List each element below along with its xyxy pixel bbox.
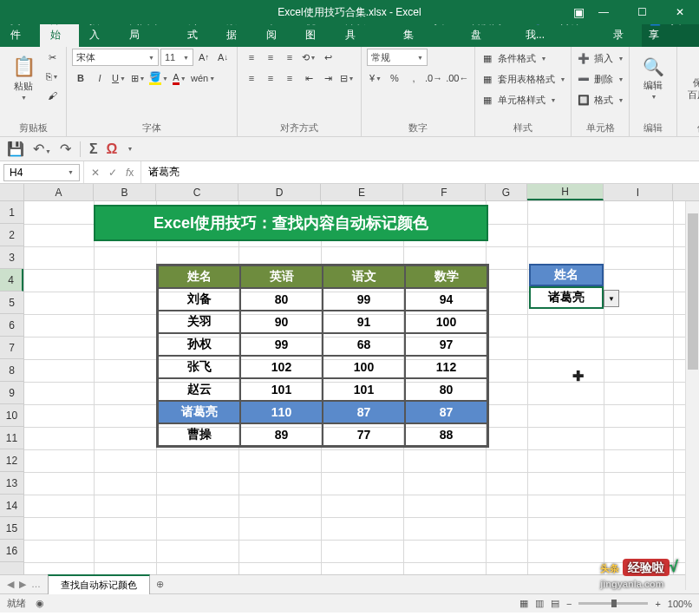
row-header[interactable]: 4 <box>0 269 23 292</box>
row-header[interactable]: 2 <box>0 224 23 246</box>
zoom-level[interactable]: 100% <box>668 599 692 609</box>
align-bottom-button[interactable]: ≡ <box>281 49 298 66</box>
table-cell[interactable]: 诸葛亮 <box>158 401 240 423</box>
formula-input[interactable]: 诸葛亮 <box>141 165 699 180</box>
page-break-view-icon[interactable]: ▤ <box>551 598 559 609</box>
row-header[interactable]: 6 <box>0 314 23 337</box>
editing-button[interactable]: 🔍 编辑 ▼ <box>635 49 671 108</box>
align-right-button[interactable]: ≡ <box>281 69 298 87</box>
pinyin-guide-button[interactable]: wén▼ <box>190 69 216 87</box>
decrease-font-button[interactable]: A↓ <box>214 49 232 66</box>
table-cell[interactable]: 87 <box>323 401 405 423</box>
sheet-nav-more-icon[interactable]: … <box>31 579 41 590</box>
row-header[interactable]: 11 <box>0 427 23 449</box>
worksheet[interactable]: ABCDEFGHI 12345678910111213141516 Excel使… <box>0 184 699 574</box>
zoom-in-icon[interactable]: + <box>655 599 660 609</box>
vertical-scrollbar[interactable] <box>685 201 699 590</box>
minimize-button[interactable]: — <box>585 0 623 24</box>
save-to-baidu-button[interactable]: ∞ 保存到 百度网盘 <box>683 49 699 108</box>
column-header[interactable]: A <box>24 184 94 200</box>
accounting-format-button[interactable]: ¥▼ <box>367 69 384 87</box>
format-cells-button[interactable]: 🔲格式▼ <box>577 90 624 109</box>
autosum-button[interactable]: Σ <box>89 141 98 157</box>
cell-styles-button[interactable]: ▦单元格样式▼ <box>480 90 556 109</box>
lookup-value-cell[interactable]: 诸葛亮 ▼ <box>529 286 604 309</box>
increase-indent-button[interactable]: ⇥ <box>319 69 336 87</box>
format-painter-button[interactable]: 🖌 <box>43 87 61 104</box>
row-header[interactable]: 9 <box>0 382 23 404</box>
decrease-decimal-button[interactable]: .00← <box>445 69 469 87</box>
table-cell[interactable]: 87 <box>405 401 487 423</box>
align-middle-button[interactable]: ≡ <box>262 49 279 66</box>
table-cell[interactable]: 110 <box>240 401 323 423</box>
macro-record-icon[interactable]: ◉ <box>36 598 44 608</box>
table-cell[interactable]: 孙权 <box>158 333 240 356</box>
bold-button[interactable]: B <box>72 69 89 87</box>
increase-decimal-button[interactable]: .0→ <box>424 69 443 87</box>
zoom-slider[interactable] <box>578 602 648 605</box>
row-header[interactable]: 7 <box>0 337 23 359</box>
table-cell[interactable]: 80 <box>240 288 323 311</box>
column-header[interactable]: G <box>486 184 527 200</box>
row-header[interactable]: 5 <box>0 292 23 314</box>
font-size-select[interactable]: 11▼ <box>160 49 193 66</box>
column-header[interactable]: F <box>403 184 486 200</box>
redo-button[interactable]: ↷ <box>60 141 71 157</box>
sheet-tab-active[interactable]: 查找自动标记颜色 <box>48 574 150 594</box>
orientation-button[interactable]: ⟲▼ <box>300 49 317 66</box>
underline-button[interactable]: U▼ <box>110 69 127 87</box>
row-header[interactable]: 3 <box>0 246 23 269</box>
table-cell[interactable]: 91 <box>323 311 405 333</box>
align-left-button[interactable]: ≡ <box>243 69 260 87</box>
table-cell[interactable]: 101 <box>240 378 323 401</box>
column-header[interactable]: E <box>321 184 403 200</box>
enter-formula-icon[interactable]: ✓ <box>108 167 117 179</box>
el-button[interactable]: Ω <box>107 141 118 157</box>
table-cell[interactable]: 89 <box>240 423 323 446</box>
maximize-button[interactable]: ☐ <box>623 0 661 24</box>
delete-cells-button[interactable]: ➖删除▼ <box>577 69 624 88</box>
align-top-button[interactable]: ≡ <box>243 49 260 66</box>
row-header[interactable]: 14 <box>0 495 23 517</box>
format-as-table-button[interactable]: ▦套用表格格式▼ <box>480 69 565 88</box>
row-header[interactable]: 8 <box>0 359 23 382</box>
table-cell[interactable]: 张飞 <box>158 356 240 378</box>
table-cell[interactable]: 101 <box>323 378 405 401</box>
select-all-corner[interactable] <box>0 184 24 200</box>
table-cell[interactable]: 88 <box>405 423 487 446</box>
close-button[interactable]: ✕ <box>661 0 699 24</box>
normal-view-icon[interactable]: ▦ <box>519 598 528 609</box>
sheet-nav-next-icon[interactable]: ▶ <box>19 579 26 590</box>
ribbon-display-options-icon[interactable]: ▣ <box>573 0 585 24</box>
row-header[interactable]: 12 <box>0 449 23 472</box>
fx-icon[interactable]: fx <box>126 167 134 179</box>
conditional-format-button[interactable]: ▦条件格式▼ <box>480 49 546 68</box>
add-sheet-button[interactable]: ⊕ <box>150 579 169 590</box>
column-header[interactable]: D <box>238 184 321 200</box>
wrap-text-button[interactable]: ↩ <box>319 49 336 66</box>
copy-button[interactable]: ⎘▼ <box>43 68 61 85</box>
table-cell[interactable]: 99 <box>240 333 323 356</box>
table-cell[interactable]: 80 <box>405 378 487 401</box>
column-header[interactable]: B <box>94 184 156 200</box>
column-header[interactable]: H <box>527 184 604 200</box>
fill-color-button[interactable]: 🪣▼ <box>148 69 169 87</box>
cut-button[interactable]: ✂ <box>43 49 61 66</box>
font-name-select[interactable]: 宋体▼ <box>72 49 159 66</box>
dropdown-icon[interactable]: ▼ <box>604 290 619 307</box>
qat-customize-icon[interactable]: ▼ <box>127 146 133 152</box>
row-header[interactable]: 16 <box>0 540 23 562</box>
italic-button[interactable]: I <box>91 69 108 87</box>
merge-cells-button[interactable]: ⊟▼ <box>338 69 356 87</box>
table-cell[interactable]: 112 <box>405 356 487 378</box>
table-cell[interactable]: 100 <box>323 356 405 378</box>
sheet-nav-prev-icon[interactable]: ◀ <box>7 579 14 590</box>
column-header[interactable]: C <box>156 184 238 200</box>
row-header[interactable]: 10 <box>0 404 23 427</box>
table-cell[interactable]: 关羽 <box>158 311 240 333</box>
page-layout-view-icon[interactable]: ▥ <box>535 598 544 609</box>
cancel-formula-icon[interactable]: ✕ <box>91 167 100 179</box>
table-cell[interactable]: 102 <box>240 356 323 378</box>
comma-button[interactable]: , <box>405 69 422 87</box>
paste-button[interactable]: 📋 粘贴 ▼ <box>5 49 42 108</box>
